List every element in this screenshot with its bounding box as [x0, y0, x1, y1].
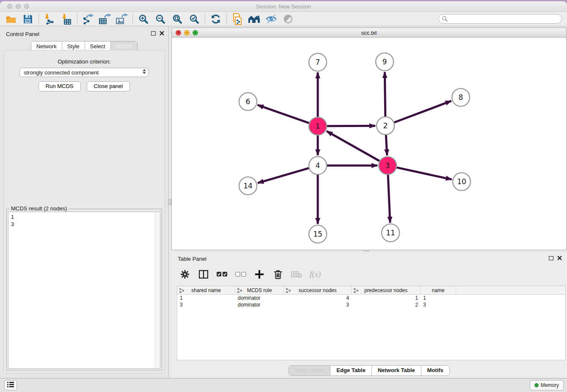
main-toolbar: [0, 12, 567, 26]
cell-shared-name[interactable]: 1: [177, 295, 235, 301]
list-icon: [7, 381, 14, 389]
zoom-fit-icon[interactable]: [169, 13, 186, 25]
tab-network-table[interactable]: Network Table: [372, 366, 421, 375]
run-mcds-button[interactable]: Run MCDS: [39, 81, 81, 91]
export-table-icon[interactable]: [96, 13, 113, 25]
node-label-2: 2: [383, 121, 388, 130]
task-history-button[interactable]: [4, 380, 17, 390]
column-type-icon: [179, 288, 184, 294]
float-panel-icon[interactable]: [151, 31, 156, 36]
control-panel: Control Panel Network Style Select MCDS …: [0, 26, 169, 378]
tab-motifs[interactable]: Motifs: [421, 366, 449, 375]
tab-node-table[interactable]: Node Table: [289, 366, 330, 375]
toolbar-separator: [205, 14, 205, 25]
node-label-9: 9: [383, 58, 387, 66]
vertical-splitter-grip[interactable]: [168, 199, 171, 205]
node-label-11: 11: [386, 229, 395, 237]
mcds-result-text[interactable]: 1 3: [8, 212, 160, 369]
node-label-14: 14: [243, 182, 253, 190]
delete-column-icon[interactable]: [270, 268, 286, 281]
table-panel-tabs: Node Table Edge Table Network Table Moti…: [171, 365, 567, 376]
cell-predecessor-nodes[interactable]: 1: [352, 295, 421, 301]
column-header-mcds-role[interactable]: MCDS role: [235, 286, 284, 294]
clone-network-icon[interactable]: [229, 13, 246, 25]
tab-edge-table[interactable]: Edge Table: [330, 366, 372, 375]
close-panel-icon[interactable]: [160, 31, 164, 36]
cell-mcds-role[interactable]: dominator: [235, 301, 284, 308]
search-box: [438, 14, 562, 24]
memory-button[interactable]: Memory: [530, 380, 564, 390]
table-row[interactable]: 3 dominator 3 2 3: [177, 301, 565, 308]
cell-mcds-role[interactable]: dominator: [235, 295, 284, 301]
close-table-panel-icon[interactable]: [557, 256, 562, 260]
result-scrollbar[interactable]: [155, 212, 160, 368]
search-icon: [442, 16, 448, 23]
export-image-icon[interactable]: [113, 13, 130, 25]
cell-name[interactable]: 3: [421, 301, 456, 308]
network-window-titlebar[interactable]: ✕ − + scc.txt: [172, 28, 566, 38]
column-header-shared-name[interactable]: shared name: [177, 286, 235, 294]
mcds-result-group: MCDS result (2 nodes) 1 3: [6, 209, 162, 370]
table-row[interactable]: 1 dominator 4 1 1: [177, 295, 565, 301]
search-input[interactable]: [438, 14, 562, 24]
edge-3-1[interactable]: [327, 131, 380, 161]
zoom-selected-icon[interactable]: [186, 13, 203, 25]
edge-1-2[interactable]: [327, 126, 375, 126]
network-view-window: ✕ − + scc.txt 7968124314101511: [171, 28, 567, 250]
column-header-name[interactable]: name: [421, 286, 456, 294]
table-panel-title: Table Panel: [178, 256, 206, 262]
cell-predecessor-nodes[interactable]: 2: [352, 301, 421, 308]
select-all-columns-icon[interactable]: [214, 268, 230, 281]
edge-2-3[interactable]: [386, 135, 387, 155]
node-table[interactable]: shared name MCDS role successor nodes pr…: [177, 286, 566, 360]
edge-3-10[interactable]: [396, 168, 451, 179]
mcds-panel: Optimization criterion: strongly connect…: [3, 50, 165, 373]
show-hidden-icon: [280, 13, 297, 25]
cell-successor-nodes[interactable]: 4: [284, 295, 352, 301]
control-panel-title: Control Panel: [6, 31, 39, 37]
select-stepper-icon: [143, 69, 146, 74]
edge-1-6[interactable]: [258, 105, 309, 123]
memory-label: Memory: [541, 382, 559, 388]
network-canvas[interactable]: 7968124314101511: [172, 38, 566, 250]
optimization-criterion-label: Optimization criterion:: [4, 58, 165, 65]
function-builder-icon: f(x): [307, 268, 323, 281]
home-icon[interactable]: [246, 13, 263, 25]
split-view-icon[interactable]: [195, 268, 212, 281]
node-label-10: 10: [457, 177, 466, 186]
save-session-icon[interactable]: [19, 13, 36, 25]
titlebar: Session: New Session: [0, 1, 567, 12]
node-label-3: 3: [385, 161, 390, 170]
column-header-predecessor-nodes[interactable]: predecessor nodes: [352, 286, 421, 294]
node-label-6: 6: [246, 97, 250, 106]
export-network-icon[interactable]: [80, 13, 96, 25]
toolbar-separator: [226, 14, 227, 25]
import-network-icon[interactable]: [41, 13, 58, 25]
edge-3-11[interactable]: [388, 175, 390, 223]
memory-status-icon: [534, 383, 539, 387]
hide-selected-icon[interactable]: [263, 13, 280, 25]
float-table-panel-icon[interactable]: [549, 256, 553, 260]
zoom-out-icon[interactable]: [152, 13, 169, 25]
cell-successor-nodes[interactable]: 3: [284, 301, 352, 308]
add-column-icon[interactable]: [251, 268, 267, 281]
open-session-icon[interactable]: [3, 13, 19, 25]
edge-2-8[interactable]: [394, 101, 451, 122]
column-type-icon: [354, 288, 358, 294]
refresh-icon[interactable]: [207, 13, 224, 25]
deselect-all-columns-icon[interactable]: [233, 268, 249, 281]
table-header-row: shared name MCDS role successor nodes pr…: [177, 286, 565, 295]
edge-2-9[interactable]: [385, 72, 385, 116]
import-table-icon[interactable]: [58, 13, 75, 25]
zoom-in-icon[interactable]: [135, 13, 152, 25]
cell-shared-name[interactable]: 3: [177, 301, 235, 308]
column-header-successor-nodes[interactable]: successor nodes: [284, 286, 352, 294]
toolbar-separator: [132, 14, 133, 25]
edge-4-14[interactable]: [258, 168, 309, 183]
table-toolbar: f(x): [177, 266, 323, 283]
network-window-title: scc.txt: [172, 30, 566, 36]
criterion-select[interactable]: strongly connected component: [19, 68, 149, 77]
settings-icon[interactable]: [177, 268, 193, 281]
cell-name[interactable]: 1: [421, 295, 456, 301]
close-panel-button[interactable]: Close panel: [87, 81, 130, 91]
